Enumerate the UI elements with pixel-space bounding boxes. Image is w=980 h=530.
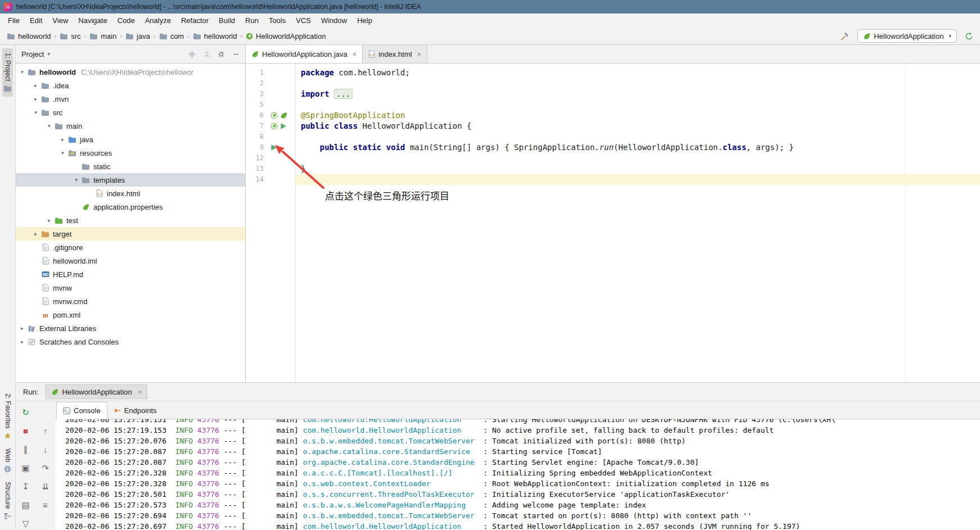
show-console-icon[interactable]: ▤ bbox=[20, 499, 32, 511]
run-configuration-select[interactable]: HelloworldApplication ▾ bbox=[857, 29, 957, 43]
run-view-tab-endpoints[interactable]: Endpoints bbox=[107, 402, 163, 419]
editor-tab-index-html[interactable]: index.html× bbox=[363, 45, 427, 63]
run-session-tab[interactable]: HelloworldApplication × bbox=[46, 384, 147, 399]
menu-item-window[interactable]: Window bbox=[316, 14, 352, 27]
project-tree-item-scratches-and-consoles[interactable]: ▸Scratches and Consoles bbox=[16, 335, 245, 348]
tool-window-button-1project[interactable]: 1: Project bbox=[2, 48, 13, 97]
project-tree-item-helloworld.iml[interactable]: helloworld.iml bbox=[16, 254, 245, 268]
import-thread-dump-icon[interactable]: ↧ bbox=[20, 481, 32, 493]
chevron-down-icon[interactable]: ▾ bbox=[47, 51, 50, 57]
print-icon[interactable]: ≡ bbox=[39, 499, 52, 511]
project-tree-item-java[interactable]: ▸java bbox=[16, 133, 245, 146]
project-tree-item-.idea[interactable]: ▸.idea bbox=[16, 79, 245, 92]
chevron-right-icon[interactable]: ▸ bbox=[18, 325, 26, 331]
screenshot-icon[interactable]: ▣ bbox=[20, 462, 32, 474]
project-tree-item-static[interactable]: static bbox=[16, 160, 245, 173]
rerun-icon[interactable]: ↻ bbox=[20, 406, 32, 419]
project-tree-item-.mvn[interactable]: ▸.mvn bbox=[16, 92, 245, 106]
tool-window-button-2favorites[interactable]: 2: Favorites bbox=[3, 389, 13, 444]
menu-item-help[interactable]: Help bbox=[352, 14, 377, 27]
breadcrumb-item-helloworldapplication[interactable]: HelloworldApplication bbox=[246, 32, 326, 40]
menu-item-refactor[interactable]: Refactor bbox=[176, 14, 214, 27]
locate-icon[interactable] bbox=[188, 51, 196, 58]
scroll-to-end-icon[interactable]: ⇊ bbox=[39, 481, 52, 493]
project-tree-item-mvnw.cmd[interactable]: mvnw.cmd bbox=[16, 295, 245, 308]
tool-window-button-web[interactable]: Web bbox=[3, 444, 13, 477]
project-tree-item-index.html[interactable]: index.html bbox=[16, 187, 245, 200]
breadcrumb-item-com[interactable]: com bbox=[159, 32, 184, 40]
menu-item-code[interactable]: Code bbox=[112, 14, 140, 27]
menu-item-analyze[interactable]: Analyze bbox=[140, 14, 176, 27]
project-tree-item-helloworld[interactable]: ▾helloworldC:\Users\XH\IdeaProjects\hell… bbox=[16, 65, 245, 79]
spring-bean-icon[interactable] bbox=[270, 123, 278, 130]
menu-item-build[interactable]: Build bbox=[214, 14, 240, 27]
stop-icon[interactable]: ■ bbox=[20, 425, 32, 437]
chevron-right-icon[interactable]: ▸ bbox=[45, 218, 53, 223]
close-icon[interactable]: × bbox=[138, 388, 142, 396]
spring-bean-icon[interactable] bbox=[270, 112, 278, 119]
breadcrumb-label: com bbox=[170, 32, 184, 40]
down-icon[interactable]: ↓ bbox=[39, 443, 52, 456]
project-tree-item-application.properties[interactable]: application.properties bbox=[16, 200, 245, 214]
chevron-down-icon[interactable]: ▾ bbox=[45, 123, 53, 129]
project-tree-item-external-libraries[interactable]: ▸External Libraries bbox=[16, 321, 245, 335]
tree-item-icon-slot bbox=[53, 123, 64, 130]
code-editor[interactable]: 1package com.helloworld;23import ...56@S… bbox=[246, 64, 980, 382]
project-tree-item-help.md[interactable]: MDHELP.md bbox=[16, 268, 245, 281]
pause-icon[interactable]: ∥ bbox=[20, 443, 32, 456]
project-tree-item-src[interactable]: ▾src bbox=[16, 106, 245, 119]
chevron-down-icon[interactable]: ▾ bbox=[72, 177, 80, 183]
gear-icon[interactable] bbox=[218, 51, 225, 58]
tree-item-label: mvnw.cmd bbox=[53, 297, 87, 306]
menu-item-view[interactable]: View bbox=[47, 14, 73, 27]
line-number: 5 bbox=[246, 99, 268, 110]
spring-leaf-icon[interactable] bbox=[280, 112, 287, 119]
up-icon[interactable]: ↑ bbox=[39, 425, 52, 437]
chevron-right-icon[interactable]: ▸ bbox=[31, 231, 40, 237]
collapse-icon[interactable] bbox=[203, 51, 210, 58]
chevron-right-icon[interactable]: ▸ bbox=[58, 137, 67, 142]
chevron-down-icon[interactable]: ▾ bbox=[18, 69, 26, 75]
menu-item-vcs[interactable]: VCS bbox=[291, 14, 316, 27]
close-icon[interactable]: × bbox=[417, 50, 422, 58]
editor-gutter bbox=[268, 174, 296, 185]
refresh-icon[interactable] bbox=[965, 32, 973, 40]
breadcrumb-item-main[interactable]: main bbox=[89, 32, 116, 40]
close-icon[interactable]: × bbox=[353, 50, 357, 58]
menu-item-run[interactable]: Run bbox=[240, 14, 264, 27]
breadcrumb-item-src[interactable]: src bbox=[60, 32, 80, 40]
project-tree-item-pom.xml[interactable]: mpom.xml bbox=[16, 308, 245, 321]
project-tree-item-target[interactable]: ▸target bbox=[16, 227, 245, 241]
editor-tab-helloworldapplication-java[interactable]: HelloworldApplication.java× bbox=[246, 45, 363, 63]
chevron-right-icon[interactable]: ▸ bbox=[31, 83, 40, 88]
chevron-down-icon[interactable]: ▾ bbox=[31, 110, 40, 115]
menu-item-file[interactable]: File bbox=[3, 14, 25, 27]
breadcrumb-item-java[interactable]: java bbox=[125, 32, 150, 40]
project-tree-item-mvnw[interactable]: mvnw bbox=[16, 281, 245, 295]
project-tree-item-test[interactable]: ▸test bbox=[16, 214, 245, 227]
breadcrumb-item-helloworld[interactable]: helloworld bbox=[7, 32, 51, 40]
editor-area: HelloworldApplication.java×index.html× 1… bbox=[246, 45, 980, 382]
project-tree-item-.gitignore[interactable]: .gitignore bbox=[16, 241, 245, 254]
chevron-right-icon[interactable]: ▸ bbox=[18, 339, 26, 345]
project-tree-item-main[interactable]: ▾main bbox=[16, 119, 245, 133]
project-header-title[interactable]: Project bbox=[21, 50, 44, 58]
console-output[interactable]: 2020-02-06 15:27:19.151 INFO 43776 --- [… bbox=[55, 419, 980, 530]
step-icon[interactable]: ↷ bbox=[39, 462, 52, 474]
clear-icon[interactable]: ▽ bbox=[20, 518, 32, 530]
chevron-right-icon[interactable]: ▸ bbox=[31, 96, 40, 102]
run-icon[interactable] bbox=[280, 123, 287, 130]
minimize-icon[interactable] bbox=[232, 51, 240, 58]
breadcrumb-item-helloworld[interactable]: helloworld bbox=[193, 32, 237, 40]
run-toolbar: ↻■↑∥↓▣↷↧⇊▤≡▽ bbox=[16, 401, 55, 530]
menu-item-navigate[interactable]: Navigate bbox=[73, 14, 112, 27]
build-hammer-icon[interactable] bbox=[841, 32, 850, 40]
menu-item-edit[interactable]: Edit bbox=[25, 14, 47, 27]
project-tree-item-templates[interactable]: ▾templates bbox=[16, 173, 245, 187]
tool-window-button-structure[interactable]: Structure bbox=[3, 477, 13, 524]
run-view-tab-console[interactable]: Console bbox=[56, 402, 107, 419]
run-icon[interactable] bbox=[270, 144, 277, 151]
menu-item-tools[interactable]: Tools bbox=[264, 14, 291, 27]
chevron-down-icon[interactable]: ▾ bbox=[58, 150, 67, 156]
project-tree-item-resources[interactable]: ▾resources bbox=[16, 146, 245, 160]
